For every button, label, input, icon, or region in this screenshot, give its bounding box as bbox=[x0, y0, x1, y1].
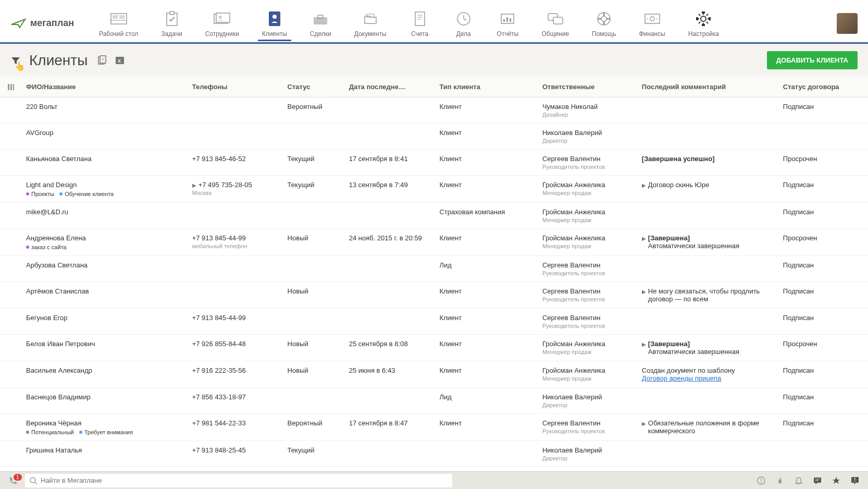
nav-item-12[interactable]: Настройка bbox=[684, 7, 723, 40]
svg-rect-7 bbox=[216, 13, 230, 22]
col-last-date[interactable]: Дата последне… bbox=[344, 77, 435, 97]
svg-rect-26 bbox=[506, 17, 508, 22]
nav-icon bbox=[360, 9, 381, 28]
col-status[interactable]: Статус bbox=[282, 77, 344, 97]
type-value: Клиент bbox=[434, 176, 537, 203]
nav-item-9[interactable]: Общение bbox=[537, 7, 573, 40]
type-value: Клиент bbox=[434, 309, 537, 335]
table-row[interactable]: Андреянова Еленазаказ с сайта+7 913 845-… bbox=[0, 229, 868, 256]
table-row[interactable]: Белов Иван Петрович+7 926 855-84-48Новый… bbox=[0, 335, 868, 361]
table-row[interactable]: Гришина Наталья+7 913 848-25-45ТекущийНи… bbox=[0, 441, 868, 467]
comment-link[interactable]: Договор аренды прицепа bbox=[642, 374, 721, 382]
nav-item-8[interactable]: Отчёты bbox=[493, 7, 523, 40]
table-row[interactable]: Арбузова СветланаЛидСергеев ВалентинРуко… bbox=[0, 256, 868, 282]
nav-icon bbox=[310, 9, 331, 28]
status-value: Вероятный bbox=[282, 97, 344, 124]
type-value: Клиент bbox=[434, 361, 537, 388]
excel-export-icon[interactable]: X bbox=[114, 54, 126, 67]
col-contract-status[interactable]: Статус договора bbox=[778, 77, 868, 97]
comment-text: [Завершена успешно] bbox=[642, 155, 715, 163]
date-value bbox=[344, 388, 435, 414]
table-row[interactable]: Light and DesignПроектыОбучение клиента▶… bbox=[0, 176, 868, 203]
responsible-role: Менеджер продаж bbox=[542, 190, 631, 196]
responsible-role: Руководитель проектов bbox=[542, 296, 631, 302]
nav-item-5[interactable]: Документы bbox=[350, 7, 391, 40]
type-value: Лид bbox=[434, 256, 537, 282]
client-name: Андреянова Елена bbox=[26, 234, 182, 242]
col-phones[interactable]: Телефоны bbox=[187, 77, 282, 97]
nav-item-2[interactable]: Сотрудники bbox=[201, 7, 243, 40]
nav-item-0[interactable]: Рабочий стол bbox=[95, 7, 142, 40]
table-row[interactable]: Васильев Александр+7 916 222-35-56Новый2… bbox=[0, 361, 868, 388]
table-row[interactable]: Васнецов Владимир+7 856 433-18-97ЛидНико… bbox=[0, 388, 868, 414]
table-row[interactable]: mike@L&D.ruСтраховая компанияГройсман Ан… bbox=[0, 203, 868, 229]
contract-status: Подписан bbox=[778, 282, 868, 309]
nav-item-11[interactable]: Финансы bbox=[635, 7, 669, 40]
date-value bbox=[344, 309, 435, 335]
nav-label: Рабочий стол bbox=[99, 30, 138, 38]
page-title: Клиенты bbox=[29, 52, 88, 69]
status-value: Текущий bbox=[282, 150, 344, 176]
caret-icon: ▶ bbox=[642, 421, 646, 426]
nav-label: Отчёты bbox=[497, 30, 519, 38]
nav-label: Сотрудники bbox=[205, 30, 239, 38]
caret-icon: ▶ bbox=[642, 341, 646, 347]
add-client-button[interactable]: ДОБАВИТЬ КЛИЕНТА bbox=[767, 51, 858, 69]
nav-icon bbox=[108, 9, 129, 28]
avatar[interactable] bbox=[837, 13, 858, 34]
nav-item-1[interactable]: Задачи bbox=[157, 7, 186, 40]
col-name[interactable]: ФИО/Название bbox=[21, 77, 187, 97]
table-row[interactable]: Вероника ЧёрнаяПотенциальныйТребует вним… bbox=[0, 414, 868, 441]
table-row[interactable]: Артёмов СтаниславНовыйКлиентСергеев Вале… bbox=[0, 282, 868, 309]
date-value: 17 сентября в 8:47 bbox=[344, 467, 435, 471]
client-name: Артёмов Станислав bbox=[26, 287, 182, 295]
nav-label: Дела bbox=[456, 30, 471, 38]
client-name: Вероника Чёрная bbox=[26, 419, 182, 427]
contract-status: Подписан bbox=[778, 256, 868, 282]
responsible-name: Сергеев Валентин bbox=[542, 314, 631, 322]
filter-icon[interactable]: 👆 bbox=[10, 55, 21, 66]
table-row[interactable]: 220 ВольтВероятныйКлиентЧумаков НиколайД… bbox=[0, 97, 868, 124]
copy-icon[interactable]: + bbox=[96, 54, 108, 67]
clients-table: ФИО/Название Телефоны Статус Дата послед… bbox=[0, 77, 868, 471]
col-last-comment[interactable]: Последний комментарий bbox=[637, 77, 778, 97]
phone-value: +7 913 845-44-99 bbox=[192, 234, 246, 242]
client-name: Бегунов Егор bbox=[26, 314, 182, 322]
contract-status: Подписан bbox=[778, 388, 868, 414]
contract-status: Подписан bbox=[778, 309, 868, 335]
column-settings-icon[interactable] bbox=[0, 77, 21, 97]
svg-line-23 bbox=[464, 19, 466, 20]
col-client-type[interactable]: Тип клиента bbox=[434, 77, 537, 97]
responsible-name: Чумаков Николай bbox=[542, 103, 631, 111]
date-value: 17 сентября в 8:41 bbox=[344, 150, 435, 176]
nav-item-3[interactable]: Клиенты bbox=[258, 7, 291, 41]
nav-label: Общение bbox=[541, 30, 569, 38]
contract-status: Подписан bbox=[778, 467, 868, 471]
col-responsible[interactable]: Ответственные bbox=[537, 77, 637, 97]
client-name: Арбузова Светлана bbox=[26, 261, 182, 269]
caret-icon: ▶ bbox=[192, 182, 196, 188]
contract-status: Просрочен bbox=[778, 229, 868, 256]
table-row[interactable]: Каньянова Светлана+7 913 845-46-52Текущи… bbox=[0, 150, 868, 176]
tag: Обучение клиента bbox=[59, 191, 114, 197]
comment: ▶Не могу связаться, чтобы продлить догов… bbox=[642, 287, 773, 303]
nav-item-7[interactable]: Дела bbox=[449, 7, 478, 40]
page-header: 👆 Клиенты + X ДОБАВИТЬ КЛИЕНТА bbox=[0, 44, 868, 77]
type-value: Клиент bbox=[434, 124, 537, 150]
table-row[interactable]: Бегунов Егор+7 913 845-44-99КлиентСергее… bbox=[0, 309, 868, 335]
contract-status: Просрочен bbox=[778, 150, 868, 176]
date-value bbox=[344, 203, 435, 229]
svg-rect-2 bbox=[119, 15, 125, 19]
table-row[interactable]: ДООЛ "Зелёный мыс"ПотенциальныйТребует в… bbox=[0, 467, 868, 471]
table-row[interactable]: AVGroupКлиентНиколаев ВалерийДиректор bbox=[0, 124, 868, 150]
nav-item-4[interactable]: Сделки bbox=[306, 7, 336, 40]
logo[interactable]: мегаплан bbox=[10, 17, 74, 30]
nav-item-10[interactable]: Помощь bbox=[588, 7, 620, 40]
phone-value: +7 913 848-25-45 bbox=[192, 446, 246, 454]
phone-value: +7 981 544-22-33 bbox=[192, 419, 246, 427]
client-name: Васильев Александр bbox=[26, 366, 182, 374]
svg-rect-17 bbox=[415, 12, 425, 26]
status-value: Текущий bbox=[282, 441, 344, 467]
nav-item-6[interactable]: Счета bbox=[405, 7, 435, 40]
nav-label: Сделки bbox=[310, 30, 331, 38]
